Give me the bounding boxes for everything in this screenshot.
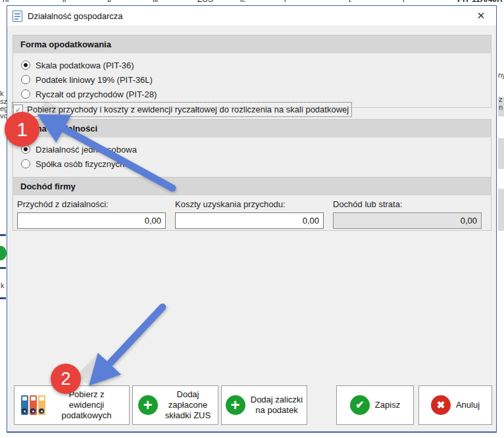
business-activity-dialog: Działalność gospodarcza ✕ Forma opodatko…: [7, 5, 497, 433]
cancel-button[interactable]: ✖ Anuluj: [418, 385, 492, 425]
bg-text-fragment: n: [499, 103, 503, 111]
document-icon: [13, 11, 22, 22]
costs-input[interactable]: [175, 212, 324, 229]
radio-icon[interactable]: [21, 159, 30, 168]
check-icon: ✔: [350, 395, 370, 415]
button-label: Zapisz: [375, 400, 400, 410]
save-button[interactable]: ✔ Zapisz: [336, 385, 414, 425]
activity-form-group: Forma działalności Działalność jednoosob…: [13, 119, 491, 178]
radio-label: Skala podatkowa (PIT-36): [36, 61, 134, 70]
revenue-label: Przychód z działalności:: [17, 199, 166, 209]
bg-text-pit-form-label: PIT-11A/40A: [457, 0, 503, 4]
radio-option-pit28[interactable]: Ryczałt od przychodów (PIT-28): [21, 87, 483, 101]
radio-option-partnership[interactable]: Spółka osób fizycznych: [21, 157, 483, 171]
bg-text-fragment: ZUS: [197, 0, 213, 4]
dialog-titlebar[interactable]: Działalność gospodarcza ✕: [7, 6, 496, 26]
bg-text-fragment: ll: [63, 0, 66, 4]
revenue-input[interactable]: [17, 212, 166, 229]
button-label: Pobierz z ewidencji podatkowych: [51, 389, 123, 422]
bg-text-fragment: ny: [498, 71, 504, 79]
dialog-title: Działalność gospodarcza: [28, 11, 123, 21]
checkbox-label: Pobierz przychody i koszty z ewidencji r…: [27, 105, 349, 114]
activity-group-header: Forma działalności: [13, 120, 491, 137]
bg-table-line: [0, 267, 6, 269]
bg-artifact: [498, 138, 504, 169]
bg-text-fragment: l: [284, 0, 286, 4]
bg-artifact: [498, 189, 504, 231]
close-icon[interactable]: ✕: [472, 7, 490, 24]
bg-green-icon-fragment: [0, 246, 7, 260]
bg-text-fragment: k: [1, 281, 5, 289]
bg-text-fragment: ill': [153, 0, 159, 4]
fetch-lumpsum-checkbox-row[interactable]: ✓ Pobierz przychody i koszty z ewidencji…: [13, 103, 351, 116]
bg-text-fragment: ti: [107, 0, 111, 4]
costs-label: Koszty uzyskania przychodu:: [175, 199, 324, 209]
bg-text-fragment: ll.: [240, 0, 246, 4]
bg-text-fragment: ni: [3, 0, 9, 4]
step-2-badge: 2: [51, 364, 81, 394]
bg-table-line: [0, 297, 6, 299]
company-income-group: Dochód firmy Przychód z działalności: Ko…: [13, 177, 491, 231]
costs-field-wrap: Koszty uzyskania przychodu:: [175, 199, 324, 229]
button-label: Dodaj zapłacone składki ZUS: [163, 389, 213, 422]
radio-option-sole-proprietorship[interactable]: Działalność jednoosobowa: [21, 142, 483, 157]
revenue-field-wrap: Przychód z działalności:: [17, 199, 166, 229]
profit-field-wrap: Dochód lub strata:: [333, 199, 482, 229]
cross-icon: ✖: [431, 395, 451, 415]
radio-option-pit36l[interactable]: Podatek liniowy 19% (PIT-36L): [21, 72, 483, 87]
radio-icon[interactable]: [21, 75, 30, 84]
taxation-group-header: Forma opodatkowania: [13, 36, 491, 53]
radio-label: Podatek liniowy 19% (PIT-36L): [36, 75, 153, 85]
radio-label: Działalność jednoosobowa: [36, 145, 137, 155]
radio-label: Spółka osób fizycznych: [36, 159, 124, 169]
radio-icon[interactable]: [21, 61, 30, 70]
bg-text-fragment: i: [403, 0, 405, 4]
background-document-top: ni ll ti ill' ZUS ll. l t i PIT-11A/40A: [0, 0, 504, 5]
button-label: Anuluj: [456, 400, 480, 410]
add-tax-advances-button[interactable]: + Dodaj zaliczki na podatek: [221, 385, 307, 425]
plus-icon: +: [226, 395, 245, 415]
taxation-form-group: Forma opodatkowania Skala podatkowa (PIT…: [13, 35, 491, 108]
bg-text-fragment: z: [499, 95, 503, 103]
bg-text-fragment: k: [0, 89, 4, 97]
profit-readonly-input: [333, 212, 482, 229]
profit-label: Dochód lub strata:: [333, 199, 482, 209]
income-group-header: Dochód firmy: [13, 178, 491, 195]
radio-icon[interactable]: [21, 89, 30, 99]
bg-table-line: [0, 234, 6, 236]
bg-text-fragment: t: [349, 0, 351, 4]
radio-label: Ryczałt od przychodów (PIT-28): [36, 89, 157, 99]
step-1-badge: 1: [5, 112, 39, 147]
add-paid-zus-button[interactable]: + Dodaj zapłacone składki ZUS: [132, 385, 218, 425]
radio-option-pit36[interactable]: Skala podatkowa (PIT-36): [21, 58, 483, 72]
binders-icon: [21, 395, 45, 415]
plus-icon: +: [138, 395, 158, 415]
button-label: Dodaj zaliczki na podatek: [251, 395, 303, 416]
